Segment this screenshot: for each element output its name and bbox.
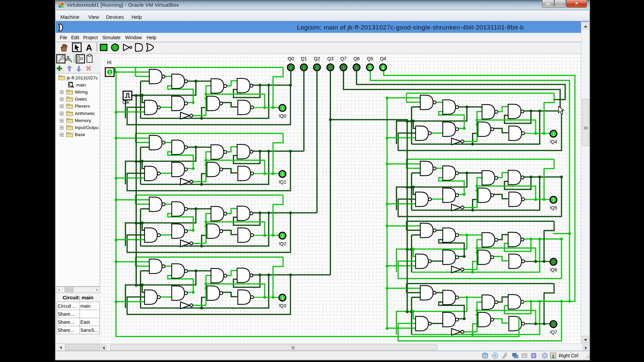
- svg-text:1: 1: [281, 234, 284, 238]
- svg-text:Q1: Q1: [301, 56, 307, 61]
- svg-text:1: 1: [281, 172, 284, 177]
- svg-text:1: 1: [552, 198, 555, 202]
- svg-text:Q4: Q4: [380, 56, 386, 61]
- svg-text:Q2: Q2: [314, 56, 320, 61]
- svg-text:Q0: Q0: [288, 56, 294, 61]
- svg-text:Plexers: Plexers: [75, 104, 90, 109]
- svg-text:1: 1: [369, 65, 371, 70]
- svg-text:Gates: Gates: [75, 97, 87, 102]
- svg-text:0: 0: [552, 260, 555, 264]
- svg-text:0: 0: [342, 65, 345, 70]
- svg-text:main: main: [76, 82, 86, 87]
- svg-text:0: 0: [290, 65, 292, 70]
- svg-text:!Q7: !Q7: [550, 329, 557, 335]
- svg-text:jk-ff-20131027c: jk-ff-20131027c: [66, 75, 98, 80]
- svg-text:A: A: [86, 43, 92, 53]
- svg-text:0: 0: [303, 65, 305, 70]
- svg-text:1: 1: [108, 70, 111, 75]
- svg-text:0: 0: [316, 65, 318, 70]
- svg-text:Clk: Clk: [122, 100, 129, 105]
- svg-text:Q6: Q6: [354, 56, 360, 61]
- svg-text:!Q6: !Q6: [550, 267, 557, 273]
- svg-text:Base: Base: [75, 132, 85, 137]
- svg-text:1: 1: [281, 296, 284, 300]
- svg-text:Arithmetic: Arithmetic: [75, 111, 95, 116]
- svg-text:1: 1: [552, 132, 555, 136]
- svg-text:0: 0: [329, 65, 332, 70]
- svg-text:!Q4: !Q4: [550, 139, 557, 144]
- svg-text:!Q1: !Q1: [279, 179, 286, 185]
- svg-text:Input/Outpu: Input/Outpu: [75, 125, 99, 130]
- svg-text:Q7: Q7: [340, 56, 347, 61]
- svg-text:Memory: Memory: [75, 118, 91, 123]
- svg-text:0: 0: [356, 65, 358, 70]
- svg-text:V: V: [532, 354, 535, 358]
- svg-text:!Q3: !Q3: [279, 303, 286, 308]
- svg-text:Wiring: Wiring: [75, 89, 88, 95]
- svg-text:Hi: Hi: [107, 60, 111, 65]
- svg-text:Q3: Q3: [327, 56, 334, 61]
- svg-text:!Q2: !Q2: [279, 241, 286, 246]
- svg-text:!Q5: !Q5: [550, 205, 557, 210]
- svg-text:1: 1: [382, 65, 384, 70]
- svg-text:1: 1: [281, 106, 284, 111]
- svg-text:0: 0: [552, 322, 555, 327]
- svg-text:!Q0: !Q0: [279, 113, 286, 119]
- svg-text:Q5: Q5: [367, 56, 373, 61]
